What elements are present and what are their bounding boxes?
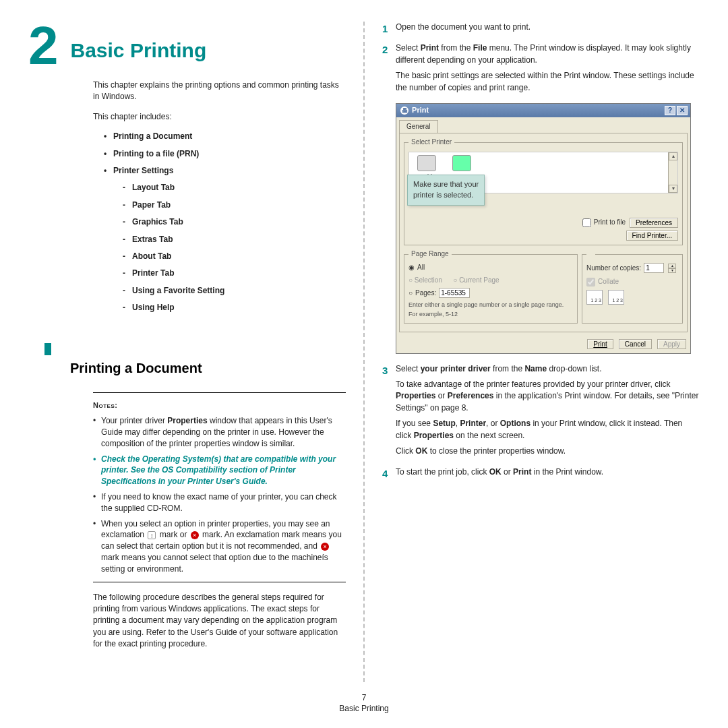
step-text: Select Print from the File menu. The Pri… bbox=[396, 42, 700, 66]
printer-icon bbox=[452, 155, 471, 171]
select-printer-label: Select Printer bbox=[408, 138, 454, 148]
intro-text: This chapter explains the printing optio… bbox=[93, 80, 346, 103]
radio-selection: ○ Selection bbox=[408, 276, 442, 286]
radio-pages[interactable]: ○ Pages: bbox=[408, 288, 573, 298]
tab-general[interactable]: General bbox=[399, 120, 438, 133]
toc-subitem: About Tab bbox=[123, 251, 346, 262]
step-text: Select your printer driver from the Name… bbox=[396, 363, 700, 375]
add-printer-icon bbox=[417, 155, 436, 171]
step-number: 3 bbox=[382, 363, 396, 462]
note-item: If you need to know the exact name of yo… bbox=[93, 491, 346, 514]
step-text: To start the print job, click OK or Prin… bbox=[396, 466, 700, 478]
page-range-label: Page Range bbox=[408, 249, 452, 260]
dialog-titlebar[interactable]: 🖶 Print ? ✕ bbox=[396, 104, 690, 117]
chapter-toc: Printing a Document Printing to a file (… bbox=[104, 131, 346, 313]
print-to-file-checkbox[interactable]: Print to file bbox=[582, 218, 626, 228]
close-icon[interactable]: ✕ bbox=[677, 106, 688, 115]
copies-input[interactable] bbox=[644, 263, 664, 273]
radio-current-page: ○ Current Page bbox=[453, 276, 499, 286]
toc-subitem: Printer Tab bbox=[123, 268, 346, 279]
toc-item: Printer Settings Layout Tab Paper Tab Gr… bbox=[104, 165, 346, 314]
copies-spinner[interactable]: ▴▾ bbox=[668, 264, 676, 273]
print-button[interactable]: Print bbox=[587, 339, 613, 349]
intro-includes: This chapter includes: bbox=[93, 111, 346, 123]
toc-subitem: Paper Tab bbox=[123, 200, 346, 211]
footer-section: Basic Printing bbox=[0, 704, 728, 713]
scrollbar[interactable]: ▴▾ bbox=[668, 152, 677, 193]
toc-subitem: Extras Tab bbox=[123, 234, 346, 245]
scroll-up-icon[interactable]: ▴ bbox=[669, 152, 677, 160]
step-text: To take advantage of the printer feature… bbox=[396, 379, 700, 414]
radio-all[interactable]: ◉ All bbox=[408, 263, 573, 273]
collate-checkbox: Collate bbox=[586, 277, 678, 287]
pages-input[interactable] bbox=[439, 288, 470, 298]
scroll-down-icon[interactable]: ▾ bbox=[669, 185, 677, 193]
printer-titlebar-icon: 🖶 bbox=[400, 107, 408, 115]
column-divider bbox=[363, 22, 365, 682]
forbidden-icon: × bbox=[191, 531, 199, 539]
cancel-button[interactable]: Cancel bbox=[619, 339, 652, 349]
number-of-copies-label: Number of copies: ▴▾ bbox=[586, 263, 678, 273]
right-column: 1 Open the document you want to print. 2… bbox=[382, 22, 700, 682]
page-footer: 7 Basic Printing bbox=[0, 693, 728, 713]
preferences-button[interactable]: Preferences bbox=[630, 218, 678, 228]
page-range-hint: Enter either a single page number or a s… bbox=[408, 301, 573, 318]
notes-box: Notes: Your printer driver Properties wi… bbox=[93, 392, 346, 582]
step-number: 4 bbox=[382, 466, 396, 482]
help-icon[interactable]: ? bbox=[665, 106, 675, 115]
toc-subitem: Layout Tab bbox=[123, 182, 346, 193]
forbidden-icon: × bbox=[321, 543, 329, 551]
notes-label: Notes: bbox=[93, 401, 117, 409]
note-item: When you select an option in printer pro… bbox=[93, 518, 346, 575]
section-accent bbox=[44, 343, 346, 355]
step-text: Open the document you want to print. bbox=[396, 22, 700, 33]
note-item-emphasis: Check the Operating System(s) that are c… bbox=[93, 454, 346, 487]
find-printer-button[interactable]: Find Printer... bbox=[626, 231, 678, 241]
note-item: Your printer driver Properties window th… bbox=[93, 415, 346, 449]
page-stack-icon: 1 2 3 bbox=[608, 290, 624, 305]
chapter-number: 2 bbox=[28, 22, 59, 70]
step-text: The basic print settings are selected wi… bbox=[396, 70, 700, 94]
procedure-intro: The following procedure describes the ge… bbox=[93, 592, 346, 650]
page-number: 7 bbox=[0, 693, 728, 702]
step-number: 2 bbox=[382, 42, 396, 98]
collate-icons: 1 2 3 1 2 3 bbox=[586, 290, 678, 305]
step-text: Click OK to close the printer properties… bbox=[396, 446, 700, 457]
print-dialog: 🖶 Print ? ✕ General Select Printer Add P… bbox=[396, 103, 691, 354]
section-title: Printing a Document bbox=[70, 361, 346, 376]
chapter-title: Basic Printing bbox=[71, 39, 207, 62]
left-column: 2 Basic Printing This chapter explains t… bbox=[28, 22, 346, 682]
step-number: 1 bbox=[382, 22, 396, 37]
toc-item: Printing to a file (PRN) bbox=[104, 148, 346, 160]
toc-subitem: Using Help bbox=[123, 302, 346, 313]
exclamation-icon: ! bbox=[148, 531, 156, 539]
callout-tip: Make sure that your printer is selected. bbox=[407, 175, 485, 206]
toc-subitem: Graphics Tab bbox=[123, 216, 346, 228]
step-text: If you see Setup, Printer, or Options in… bbox=[396, 418, 700, 442]
page-stack-icon: 1 2 3 bbox=[586, 290, 603, 305]
toc-subitem: Using a Favorite Setting bbox=[123, 285, 346, 297]
toc-item: Printing a Document bbox=[104, 131, 346, 142]
apply-button: Apply bbox=[657, 339, 686, 349]
